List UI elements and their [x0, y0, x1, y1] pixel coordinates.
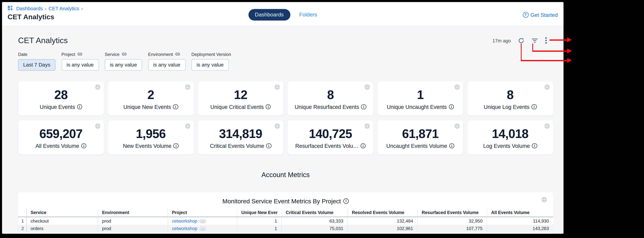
- kpi-label: Unique Uncaught Events: [387, 104, 454, 110]
- kpi-card-all-events-volume: 659,207 All Events Volume: [18, 120, 104, 154]
- link-actions-badge[interactable]: …: [199, 219, 206, 223]
- column-header-text: Unique New Ever: [242, 210, 278, 215]
- deployment-version-filter-button[interactable]: is any value: [192, 59, 229, 70]
- kpi-label-text: Unique New Events: [124, 104, 171, 110]
- kebab-menu-icon[interactable]: [545, 37, 547, 44]
- kpi-card-unique-new-events: 2 Unique New Events: [108, 81, 194, 115]
- globe-icon[interactable]: [364, 123, 370, 129]
- kpi-card-unique-log-events: 8 Unique Log Events: [467, 81, 553, 115]
- link-actions-badge[interactable]: …: [199, 226, 206, 231]
- info-icon[interactable]: [77, 104, 82, 110]
- table-row: 2 orders prod cetworkshop… 1 75,031 102,…: [18, 224, 553, 232]
- globe-icon[interactable]: [544, 84, 550, 90]
- refresh-icon[interactable]: [518, 37, 524, 44]
- cell-critical-events-volume: 63,333: [282, 217, 348, 224]
- info-icon[interactable]: [532, 143, 537, 148]
- column-header-environment[interactable]: Environment: [98, 208, 168, 217]
- info-icon[interactable]: [449, 104, 454, 110]
- info-icon[interactable]: [81, 143, 86, 148]
- column-header-all-events-volume[interactable]: All Events Volume: [487, 208, 553, 217]
- globe-icon[interactable]: [364, 84, 370, 90]
- cell-resurfaced-events-volume: 107,775: [418, 224, 487, 232]
- globe-icon[interactable]: [454, 123, 460, 129]
- column-header-project[interactable]: Project: [168, 208, 237, 217]
- main-content: CET Analytics Date Last 7 Days Project i…: [2, 36, 564, 234]
- globe-icon[interactable]: [184, 84, 190, 90]
- cell-environment: prod: [98, 217, 168, 224]
- info-icon[interactable]: [344, 198, 349, 204]
- globe-icon[interactable]: [184, 123, 190, 129]
- help-icon: [522, 12, 528, 18]
- filter-label-environment: Environment: [148, 52, 186, 56]
- project-link[interactable]: cetworkshop: [172, 218, 197, 223]
- project-link[interactable]: cetworkshop: [172, 226, 197, 231]
- kpi-card-resurfaced-events-volume: 140,725 Resurfaced Events Volu…: [288, 120, 373, 154]
- globe-icon[interactable]: [541, 196, 547, 202]
- kpi-label-text: Unique Events: [40, 104, 75, 110]
- kpi-label-text: Unique Critical Events: [210, 104, 264, 110]
- globe-icon[interactable]: [454, 84, 460, 90]
- service-filter-button[interactable]: is any value: [105, 59, 142, 70]
- info-icon[interactable]: [361, 104, 366, 110]
- kpi-label: New Events Volume: [123, 143, 178, 149]
- cell-service: orders: [26, 224, 98, 232]
- kpi-card-unique-resurfaced-events: 8 Unique Resurfaced Events: [288, 81, 373, 115]
- column-header-unique-new-events[interactable]: Unique New Ever: [237, 208, 282, 217]
- cell-all-events-volume: 114,930: [487, 217, 553, 224]
- kpi-value: 12: [234, 88, 247, 101]
- environment-filter-button[interactable]: is any value: [148, 59, 186, 70]
- link-icon: [77, 52, 82, 56]
- kpi-value: 1: [417, 88, 424, 101]
- globe-icon[interactable]: [95, 123, 100, 129]
- filter-label-text: Deployment Version: [192, 52, 231, 56]
- annotation-line: [532, 51, 568, 52]
- kpi-label-text: Unique Resurfaced Events: [294, 104, 359, 110]
- filter-icon[interactable]: [532, 37, 538, 44]
- column-header-service[interactable]: Service: [26, 208, 98, 217]
- filter-bar: Date Last 7 Days Project is any value Se…: [18, 52, 553, 70]
- screenshot-canvas: Dashboards › CET Analytics › CET Analyti…: [0, 0, 644, 238]
- get-started-button[interactable]: Get Started: [522, 12, 558, 18]
- column-header-resolved-events-volume[interactable]: Resolved Events Volume: [348, 208, 418, 217]
- table-title-text: Monitored Service Event Metrics By Proje…: [222, 197, 341, 204]
- get-started-label: Get Started: [530, 12, 558, 18]
- cell-unique-new-events: 1: [237, 217, 282, 224]
- kpi-label: Unique New Events: [124, 104, 178, 110]
- kpi-label: Uncaught Events Volume: [386, 143, 454, 149]
- tab-folders[interactable]: Folders: [299, 12, 317, 18]
- annotation-line: [550, 40, 568, 41]
- info-icon[interactable]: [532, 104, 536, 110]
- globe-icon[interactable]: [544, 123, 550, 129]
- info-icon[interactable]: [266, 143, 271, 148]
- kpi-value: 314,819: [219, 127, 262, 140]
- tab-dashboards[interactable]: Dashboards: [248, 9, 290, 20]
- globe-icon[interactable]: [274, 123, 280, 129]
- kpi-card-unique-critical-events: 12 Unique Critical Events: [198, 81, 284, 115]
- column-header-critical-events-volume[interactable]: Critical Events Volume: [282, 208, 348, 217]
- kpi-label: Log Events Volume: [483, 143, 537, 149]
- table-panel: Monitored Service Event Metrics By Proje…: [18, 192, 553, 234]
- cell-project: cetworkshop…: [168, 217, 237, 224]
- globe-icon[interactable]: [274, 84, 280, 90]
- kpi-value: 140,725: [309, 127, 352, 140]
- info-icon[interactable]: [449, 143, 454, 148]
- info-icon[interactable]: [173, 104, 178, 110]
- kpi-value: 8: [507, 88, 514, 101]
- info-icon[interactable]: [266, 104, 271, 110]
- link-icon: [175, 52, 180, 56]
- filter-label-text: Environment: [148, 52, 173, 56]
- filter-group-date: Date Last 7 Days: [18, 52, 56, 70]
- info-icon[interactable]: [360, 143, 366, 148]
- cell-service: checkout: [26, 217, 98, 224]
- info-icon[interactable]: [174, 143, 178, 148]
- kpi-row-1: 28 Unique Events 2 Unique New Events 12 …: [18, 81, 553, 115]
- filter-label-project: Project: [61, 52, 99, 56]
- date-filter-button[interactable]: Last 7 Days: [18, 59, 56, 70]
- project-filter-button[interactable]: is any value: [61, 59, 99, 70]
- column-header-resurfaced-events-volume[interactable]: Resurfaced Events Volume: [418, 208, 487, 217]
- annotation-line: [520, 60, 568, 61]
- kpi-value: 28: [54, 88, 68, 101]
- table-title: Monitored Service Event Metrics By Proje…: [18, 197, 553, 204]
- kpi-value: 14,018: [492, 127, 528, 140]
- globe-icon[interactable]: [95, 84, 100, 90]
